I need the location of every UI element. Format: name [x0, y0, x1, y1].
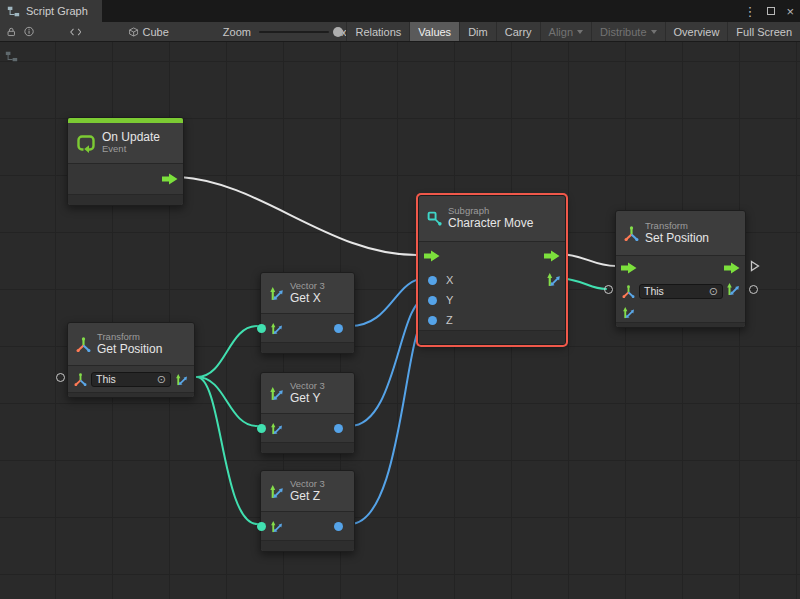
node-footer: [616, 323, 745, 327]
node-title: Get Position: [97, 343, 162, 357]
vector3-input-port[interactable]: [257, 522, 266, 531]
node-surtitle: Vector 3: [290, 479, 325, 490]
node-header: Vector 3 Get Z: [261, 471, 354, 511]
node-header: Vector 3 Get X: [261, 273, 354, 313]
node-get-x[interactable]: Vector 3 Get X: [260, 272, 355, 354]
node-footer: [68, 393, 194, 397]
target-object-field[interactable]: This ⊙: [91, 372, 171, 387]
vector3-icon: [270, 322, 283, 335]
y-input-label: Y: [446, 294, 453, 306]
zoom-slider-track[interactable]: [259, 31, 329, 33]
wire-getz-to-charactermove-z: [350, 318, 427, 524]
float-output-port[interactable]: [334, 522, 343, 531]
control-output-port[interactable]: [162, 173, 178, 185]
info-icon[interactable]: [24, 25, 34, 38]
node-title: Character Move: [448, 217, 533, 231]
dim-button[interactable]: Dim: [459, 22, 496, 41]
node-surtitle: Transform: [645, 221, 709, 232]
float-output-port[interactable]: [334, 424, 343, 433]
node-get-z[interactable]: Vector 3 Get Z: [260, 470, 355, 552]
object-picker-icon[interactable]: ⊙: [709, 286, 718, 297]
node-set-position[interactable]: Transform Set Position This ⊙: [615, 210, 746, 328]
control-output-port[interactable]: [544, 250, 560, 262]
wire-charactermove-to-setposition: [558, 254, 616, 266]
full-screen-button[interactable]: Full Screen: [727, 22, 800, 41]
node-surtitle: Transform: [97, 332, 162, 343]
vector3-icon: [269, 286, 284, 301]
control-input-port[interactable]: [621, 262, 637, 274]
node-header: On Update Event: [68, 123, 183, 163]
wire-getposition-to-getz: [197, 377, 257, 524]
node-header: Subgraph Character Move: [419, 196, 565, 241]
graph-canvas[interactable]: On Update Event Subgraph Character Move: [0, 42, 800, 599]
float-output-port[interactable]: [334, 324, 343, 333]
zoom-label: Zoom: [223, 26, 251, 38]
node-title: Get Y: [290, 392, 325, 406]
target-object-label[interactable]: Cube: [143, 26, 169, 38]
node-footer: [419, 331, 565, 344]
control-output-port[interactable]: [724, 262, 740, 274]
object-picker-icon[interactable]: ⊙: [157, 374, 166, 385]
wire-charactermove-position-to-setposition-value: [560, 278, 606, 289]
transform-input-port[interactable]: [56, 373, 65, 382]
target-object-value: This: [96, 373, 116, 385]
node-footer: [261, 541, 354, 551]
node-footer: [68, 195, 183, 205]
window-close-icon[interactable]: ×: [786, 5, 794, 18]
x-input-port[interactable]: [428, 276, 437, 285]
window-menu-icon[interactable]: ⋮: [743, 5, 756, 18]
chevron-down-icon: [577, 30, 583, 34]
node-surtitle: Vector 3: [290, 281, 325, 292]
vector3-input-port[interactable]: [257, 424, 266, 433]
y-input-port[interactable]: [428, 296, 437, 305]
window-maximize-icon[interactable]: [767, 7, 775, 15]
node-footer: [261, 343, 354, 353]
vector3-icon: [270, 520, 283, 533]
vector3-input-port[interactable]: [257, 324, 266, 333]
window-controls: ⋮ ×: [743, 0, 794, 22]
target-object-field[interactable]: This ⊙: [639, 284, 723, 299]
vector3-output-port[interactable]: [175, 373, 188, 386]
vector3-input-port[interactable]: [622, 306, 635, 319]
node-title: Get X: [290, 292, 325, 306]
node-get-y[interactable]: Vector 3 Get Y: [260, 372, 355, 454]
edit-source-icon[interactable]: [70, 27, 82, 37]
distribute-dropdown-button[interactable]: Distribute: [591, 22, 664, 41]
node-get-position[interactable]: Transform Get Position This ⊙: [67, 322, 195, 398]
graph-corner-icon: [5, 51, 18, 62]
wire-getposition-to-gety: [197, 377, 257, 426]
lock-icon[interactable]: [7, 26, 16, 38]
on-update-loop-icon: [76, 133, 96, 153]
carry-button[interactable]: Carry: [496, 22, 540, 41]
tab-script-graph[interactable]: Script Graph: [0, 0, 102, 22]
vector3-icon: [269, 484, 284, 499]
tab-bar: Script Graph ⋮ ×: [0, 0, 800, 22]
zoom-slider-handle[interactable]: [333, 27, 343, 37]
z-input-port[interactable]: [428, 316, 437, 325]
wire-onupdate-to-charactermove: [180, 177, 418, 255]
transform-icon: [76, 337, 91, 352]
value-input-port[interactable]: [604, 285, 613, 294]
tab-title: Script Graph: [26, 5, 88, 17]
maximize-glyph: [767, 7, 775, 15]
vector3-icon: [270, 422, 283, 435]
toolbar-buttons: Relations Values Dim Carry Align Distrib…: [346, 22, 800, 41]
wire-gety-to-charactermove-y: [350, 298, 427, 426]
node-title: Set Position: [645, 232, 709, 246]
control-continuation-port[interactable]: [750, 260, 760, 272]
control-input-port[interactable]: [424, 250, 440, 262]
node-on-update[interactable]: On Update Event: [67, 117, 184, 206]
wire-getx-to-charactermove-x: [350, 278, 427, 326]
values-button[interactable]: Values: [409, 22, 459, 41]
node-character-move[interactable]: Subgraph Character Move X Y Z: [418, 195, 566, 345]
vector3-output-port[interactable]: [726, 282, 740, 296]
z-input-label: Z: [446, 314, 453, 326]
overview-button[interactable]: Overview: [665, 22, 728, 41]
relations-button[interactable]: Relations: [346, 22, 409, 41]
value-output-port[interactable]: [749, 285, 758, 294]
node-title: Get Z: [290, 490, 325, 504]
zoom-slider[interactable]: [259, 26, 329, 38]
node-header: Vector 3 Get Y: [261, 373, 354, 413]
vector3-output-port[interactable]: [546, 272, 561, 287]
align-dropdown-button[interactable]: Align: [540, 22, 591, 41]
